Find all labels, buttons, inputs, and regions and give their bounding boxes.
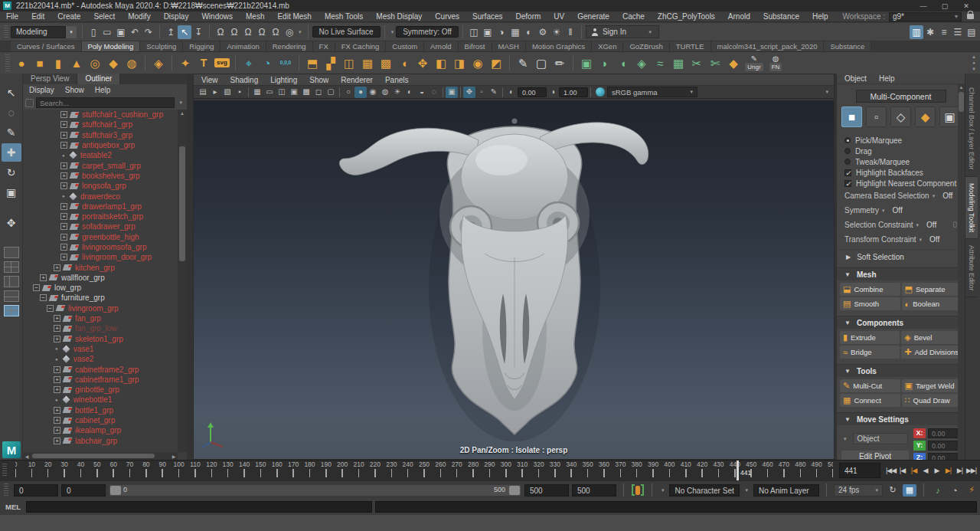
anim-layer-arrow[interactable]: ▾ [745,487,748,493]
menu-show[interactable]: Show [65,86,84,94]
outliner-item-longsofa-grp[interactable]: +longsofa_grp [23,181,178,191]
select-by-object-button[interactable]: ↖ [178,25,191,39]
origin-locator-button[interactable]: 0,0,0 [276,54,295,72]
pause-viewport-button[interactable]: ‖ [564,25,577,39]
layout-current-button[interactable] [4,305,19,316]
shelf-tab-animation[interactable]: Animation [220,41,266,51]
select-by-hierarchy-button[interactable]: ↥ [164,25,178,39]
paint-select-tool-button[interactable]: ✎ [2,123,21,142]
menu-create[interactable]: Create [57,12,80,21]
snap-to-curve-button[interactable]: Ω [227,25,241,39]
menu-edit[interactable]: Edit [31,12,44,21]
shelf-tab-custom[interactable]: Custom [386,41,424,51]
reduce-button[interactable]: ◗ [596,54,614,72]
edit-pivot-button[interactable]: Edit Pivot [841,451,909,460]
poly-platonic-button[interactable]: ◈ [149,54,168,72]
scrollbar-thumb[interactable] [32,454,155,458]
wrap-sphere-button[interactable]: ◉ [469,54,487,72]
safe-title-button[interactable]: ▢ [325,87,337,98]
ipr-render-button[interactable]: ◑ [495,25,508,39]
range-start-handle[interactable] [110,486,121,495]
motion-blur-toggle-button[interactable]: ◌ [428,87,440,98]
expand-toggle[interactable]: + [54,376,60,383]
outliner-item-livingroom-door-grp[interactable]: +livingroom_door_grp [23,252,178,262]
sign-in-dropdown[interactable]: Sign In▾ [586,25,659,38]
outliner-item-teatable2[interactable]: ●teatable2 [23,150,178,160]
step-back-frame-button[interactable]: |◀ [897,464,908,477]
light-editor-button[interactable]: ☀ [550,25,564,39]
snap-to-projected-center-button[interactable]: Ω [255,25,269,39]
toolkit-scrollbar[interactable]: ▲ [958,84,965,460]
skull-plaque-model[interactable] [339,119,648,442]
animation-start-field[interactable]: 0 [14,484,58,497]
poly-sphere-button[interactable]: ● [12,54,31,72]
shelf-tab-curves-surfaces[interactable]: Curves / Surfaces [11,41,82,51]
curve-warp-button[interactable]: ≈ [651,54,669,72]
film-gate-button[interactable]: ▭ [263,87,276,98]
mirror-button[interactable]: ⬒ [303,54,322,72]
fill-hole-button[interactable]: ▣ [577,54,596,72]
grease-pencil-button[interactable]: ✎ [488,87,500,98]
chevron-down-icon[interactable]: ▾ [844,436,847,442]
render-sequence-button[interactable]: ▦ [508,25,522,39]
face-mode-button[interactable]: ◆ [915,107,936,127]
mirror-cut-button[interactable]: ◨ [450,54,469,72]
snap-to-point-button[interactable]: Ω [241,25,255,39]
isolate-select-button[interactable]: ▣ [446,87,458,98]
shelf-tab-arnold[interactable]: Arnold [424,41,458,51]
layout-persp-graph-button[interactable] [4,290,19,302]
extrude-button[interactable]: ▮Extrude [840,331,900,344]
gamma-button[interactable]: ◑ [547,87,559,98]
expand-toggle[interactable]: + [40,274,47,281]
shelf-tab-turtle[interactable]: TURTLE [670,41,711,51]
expand-toggle[interactable]: + [54,264,60,271]
outliner-item-winebottle1[interactable]: ●winebottle1 [23,395,178,405]
outliner-item-low-grp[interactable]: −low_grp [23,283,178,293]
combine-button[interactable]: ⬓Combine [840,283,900,296]
add-divisions-button[interactable]: ✚Add Divisions [901,346,962,359]
step-forward-frame-button[interactable]: ▶| [954,464,965,477]
snap-options-arrow[interactable]: ▾ [299,29,302,35]
radio-tweak-marquee[interactable]: Tweak/Marquee [837,156,965,167]
shelf-grip[interactable] [5,54,10,71]
fps-selector[interactable]: 24 fps▾ [834,484,883,497]
menu-object[interactable]: Object [844,74,867,83]
dock-tab-modeling-toolkit[interactable]: Modeling Toolkit [965,177,978,239]
save-scene-button[interactable]: ▣ [114,25,128,39]
hypershade-button[interactable]: ◐ [522,25,536,39]
expand-toggle[interactable]: + [60,132,67,139]
outliner-item-carpet-small-grp[interactable]: +carpet_small_grp [23,160,178,170]
select-by-component-button[interactable]: ↧ [191,25,205,39]
outliner-item-bottle1-grp[interactable]: +bottle1_grp [23,405,178,415]
range-slider-bar[interactable]: 0 500 [109,484,521,497]
shelf-tab-gozbrush[interactable]: GoZBrush [623,41,669,51]
expand-toggle[interactable]: − [40,294,47,301]
boolean-button[interactable]: ◐Boolean [902,297,962,310]
layout-persp-outliner-button[interactable] [4,276,19,287]
scrollbar-thumb[interactable] [959,92,964,112]
axis-orientation-selector[interactable]: Object [853,433,908,444]
shelf-tab-motion-graphics[interactable]: Motion Graphics [526,41,592,51]
sweep-mesh-button[interactable]: ◔ [258,54,276,72]
outliner-horizontal-scrollbar[interactable]: ◀▶ [23,452,178,460]
step-back-key-button[interactable]: |◀ [908,464,920,477]
audio-toggle-button[interactable]: ♪ [931,484,945,497]
two-d-pan-zoom-button[interactable]: ✥ [463,87,475,98]
new-scene-button[interactable]: ▯ [87,25,100,39]
expand-toggle[interactable]: + [60,172,67,179]
outliner-item-fan-grp-low[interactable]: +fan_grp_low [23,323,178,333]
expand-toggle[interactable]: + [60,142,67,149]
open-render-view-button[interactable]: ◫ [467,25,481,39]
make-object-live-button[interactable]: ◎ [283,25,296,39]
smooth-button[interactable]: ▤Smooth [840,297,900,310]
multi-cut-button[interactable]: ✎Multi-Cut [840,379,900,392]
menu-mesh-tools[interactable]: Mesh Tools [325,12,363,21]
toggle-tool-settings-button[interactable]: ☰ [951,25,965,39]
expand-toggle[interactable]: + [60,223,67,230]
type-tool-button[interactable]: T [194,54,213,72]
camera-bookmarks-button[interactable]: ▸ [209,87,221,98]
expand-toggle[interactable]: + [60,182,67,189]
snap-to-view-plane-button[interactable]: Ω [269,25,283,39]
menu-zhcg-polytools[interactable]: ZhCG_PolyTools [658,12,715,21]
cut-tool-button[interactable]: ✂ [688,54,706,72]
